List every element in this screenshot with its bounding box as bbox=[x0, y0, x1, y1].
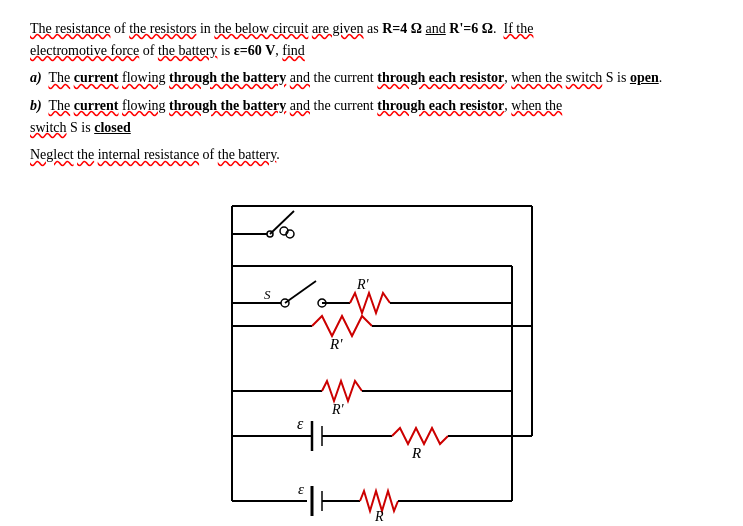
part-b-paragraph: b) The current flowing through the batte… bbox=[30, 95, 713, 138]
svg-text:R': R' bbox=[331, 402, 345, 417]
problem-text: The resistance of the resistors in the b… bbox=[30, 18, 713, 166]
circuit-svg-clean: ε R R' bbox=[192, 246, 552, 526]
svg-text:R': R' bbox=[356, 277, 370, 292]
svg-line-36 bbox=[285, 281, 316, 303]
svg-text:R: R bbox=[374, 509, 384, 524]
part-a-paragraph: a) The current flowing through the batte… bbox=[30, 67, 713, 89]
intro-paragraph: The resistance of the resistors in the b… bbox=[30, 18, 713, 61]
svg-text:S: S bbox=[264, 287, 271, 302]
svg-text:ε: ε bbox=[298, 481, 304, 497]
circuit-diagram-clean: ε R R' bbox=[30, 246, 713, 526]
note-paragraph: Neglect the internal resistance of the b… bbox=[30, 144, 713, 166]
